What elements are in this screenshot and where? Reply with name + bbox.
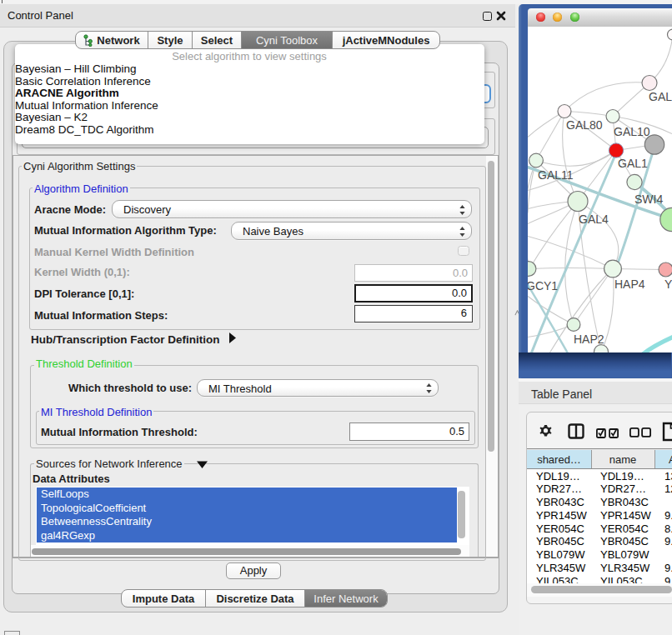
svg-text:GAL10: GAL10 (614, 124, 650, 138)
svg-text:HAP4: HAP4 (614, 277, 645, 290)
svg-text:HAP2: HAP2 (574, 332, 604, 345)
svg-text:Y: Y (664, 277, 672, 290)
svg-text:GAL11: GAL11 (538, 168, 574, 181)
svg-text:GAL2: GAL2 (649, 89, 672, 102)
svg-text:GAL80: GAL80 (566, 118, 603, 131)
svg-text:GCY1: GCY1 (528, 278, 558, 292)
svg-text:GAL1: GAL1 (618, 156, 648, 169)
svg-text:GAL4: GAL4 (579, 212, 609, 225)
svg-text:SWI4: SWI4 (634, 192, 663, 205)
